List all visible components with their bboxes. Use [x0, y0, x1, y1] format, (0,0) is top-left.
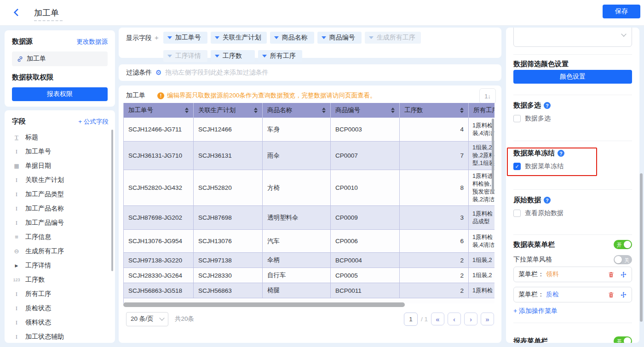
trash-icon[interactable] [608, 291, 615, 298]
table-cell: CP0005 [331, 268, 400, 283]
dropdown-style-toggle[interactable]: 关 [614, 255, 632, 264]
field-item[interactable]: ≡ 工序信息 [12, 230, 109, 244]
help-icon[interactable] [544, 102, 551, 109]
field-item[interactable]: I 领料状态 [12, 315, 109, 330]
table-row[interactable]: SCJH87698-JG202SCJH87698透明塑料伞CP000931原料检… [124, 206, 494, 230]
table-cell: SCJH52820-JG432 [124, 170, 194, 206]
chip-label: 关联生产计划 [223, 34, 261, 42]
next-page-button[interactable] [464, 313, 477, 325]
field-item[interactable]: I 加工产品编号 [12, 216, 109, 230]
list-icon: ≡ [12, 233, 21, 240]
field-item[interactable]: I 关联生产计划 [12, 173, 109, 187]
table-row[interactable]: SCJH12466-JG711SCJH12466车身BCP000341原料检 装… [124, 118, 494, 142]
table-row[interactable]: SCJH13076-JG954SCJH13076汽车CP000661原料检 装,… [124, 230, 494, 253]
display-field-chip[interactable]: 商品编号 [317, 32, 362, 44]
menu-freeze-checkbox[interactable] [513, 163, 521, 170]
table-column-header[interactable]: 加工单号 [124, 103, 194, 118]
field-item[interactable]: I 质检状态 [12, 301, 109, 315]
field-item[interactable]: I 加工产品类型 [12, 187, 109, 201]
field-item[interactable]: I 加工单号 [12, 144, 109, 159]
raw-data-checkbox-row[interactable]: 查看原始数据 [513, 209, 632, 217]
table-row[interactable]: SCJH52820-JG432SCJH52820方椅CP001081原料进 料检… [124, 170, 494, 206]
window-scrollbar[interactable] [640, 173, 643, 322]
table-cell: SCJH87698-JG202 [124, 206, 194, 230]
field-item[interactable]: I 加工产品名称 [12, 201, 109, 216]
raw-data-checkbox-label: 查看原始数据 [525, 209, 564, 217]
table-cell: 3 [400, 206, 469, 230]
multi-select-checkbox[interactable] [513, 115, 521, 122]
fields-scrollbar[interactable] [111, 130, 113, 271]
field-item[interactable]: ⊖ 生成所有工序 [12, 244, 109, 258]
add-display-field-icon[interactable]: + [155, 34, 159, 41]
page-title[interactable]: 加工单 [34, 7, 59, 18]
raw-data-checkbox[interactable] [513, 210, 521, 217]
save-button[interactable]: 保存 [603, 5, 640, 18]
color-setting-heading: 数据筛选颜色设置 [513, 60, 632, 68]
display-field-chip[interactable]: 商品名称 [270, 32, 314, 44]
move-icon[interactable] [620, 271, 627, 278]
move-icon[interactable] [620, 291, 627, 298]
table-column-header[interactable]: 关联生产计划 [194, 103, 263, 118]
table-column-header[interactable]: 商品编号 [331, 103, 400, 118]
table-vertical-scrollbar[interactable] [492, 119, 494, 192]
datasource-panel: 数据源 更改数据源 加工单 数据获取权限 报表权限 [5, 30, 115, 107]
table-cell: SCJH36131-JG710 [124, 142, 194, 170]
page-size-select[interactable]: 20 条/页 [126, 312, 168, 326]
gear-icon[interactable] [155, 68, 161, 77]
field-item[interactable]: I 所有工序 [12, 287, 109, 301]
change-datasource-link[interactable]: 更改数据源 [77, 38, 108, 46]
table-column-header[interactable]: 所有工序 [469, 103, 494, 118]
warning-icon [157, 92, 164, 99]
datasource-item[interactable]: 加工单 [12, 51, 108, 66]
settings-select[interactable] [513, 28, 632, 47]
display-field-chip[interactable]: 关联生产计划 [211, 32, 267, 44]
add-formula-field-link[interactable]: + 公式字段 [78, 118, 109, 126]
column-label: 商品编号 [335, 106, 360, 114]
table-cell: SCJH12466 [194, 118, 263, 142]
back-icon[interactable] [14, 9, 22, 17]
chevron-down-icon [159, 315, 164, 320]
display-field-chip[interactable]: 生成所有工序 [365, 32, 421, 44]
add-menu-link[interactable]: + 添加操作菜单 [513, 307, 632, 315]
report-menubar-toggle[interactable]: 开 [614, 336, 632, 343]
report-permission-button[interactable]: 报表权限 [12, 87, 108, 101]
display-field-chip[interactable]: 加工单号 [163, 32, 207, 44]
chip-label: 工序数 [223, 52, 242, 60]
prev-page-button[interactable] [448, 313, 461, 325]
page-size-value: 20 条/页 [131, 315, 154, 323]
field-item[interactable]: I 加工状态辅助 [12, 330, 109, 343]
last-page-button[interactable] [481, 313, 494, 325]
help-icon[interactable] [544, 197, 551, 204]
trash-icon[interactable] [608, 271, 615, 278]
table-cell: 雨伞 [263, 142, 331, 170]
table-row[interactable]: SCJH36131-JG710SCJH36131雨伞CP000771组装,2 验… [124, 142, 494, 170]
menu-freeze-checkbox-row[interactable]: 数据菜单冻结 [513, 162, 632, 171]
table-cell: 伞柄 [263, 253, 331, 268]
field-item[interactable]: ▶ 工序详情 [12, 258, 109, 273]
menu-bar-card: 菜单栏： 质检 [513, 287, 632, 302]
display-field-chip[interactable]: 所有工序 [258, 50, 302, 62]
filter-placeholder: 拖动左侧字段到此处来添加过滤条件 [165, 68, 268, 77]
color-setting-button[interactable]: 颜色设置 [513, 70, 632, 84]
table-row[interactable]: SCJH28330-JG264SCJH28330自行车CP000521组装,2 [124, 268, 494, 283]
field-item[interactable]: 123 工序数 [12, 273, 109, 287]
table-row[interactable]: SCJH97138-JG220SCJH97138伞柄BCP000421组装,2 [124, 253, 494, 268]
table-cell: SCJH12466-JG711 [124, 118, 194, 142]
field-item[interactable]: T 标题 [12, 130, 109, 144]
first-page-button[interactable] [431, 313, 444, 325]
table-row[interactable]: SCJH56863-JG518SCJH56863椅腿BCP001121原料检 [124, 283, 494, 298]
text-icon: I [12, 219, 21, 227]
display-field-chip[interactable]: 工序数 [211, 50, 255, 62]
table-column-header[interactable]: 工序数 [400, 103, 469, 118]
page-number-input[interactable] [404, 313, 418, 326]
multi-select-checkbox-row[interactable]: 数据多选 [513, 114, 632, 123]
sort-order-icon[interactable] [479, 88, 496, 104]
sort-icon [322, 108, 326, 113]
help-icon[interactable] [558, 150, 564, 157]
field-item[interactable]: ▦ 单据日期 [12, 159, 109, 173]
display-field-chip[interactable]: 工序详情 [163, 50, 207, 62]
table-cell: 1原料检 装,4清洁 [469, 118, 494, 142]
table-horizontal-scrollbar[interactable] [123, 302, 405, 307]
table-column-header[interactable]: 商品名称 [263, 103, 331, 118]
table-menubar-toggle[interactable]: 开 [614, 240, 632, 249]
